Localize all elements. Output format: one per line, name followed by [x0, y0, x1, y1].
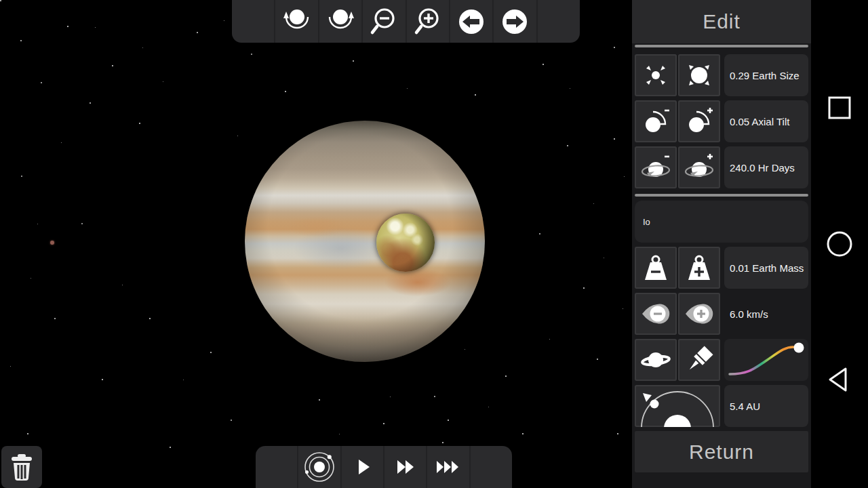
- toolbar-spacer: [536, 0, 580, 43]
- toolbar-spacer: [232, 0, 274, 43]
- velocity-decrease-icon: [641, 299, 671, 329]
- rotate-left-icon: [282, 7, 312, 37]
- day-value-text: 240.0 Hr Days: [730, 162, 795, 174]
- planet-jupiter[interactable]: [245, 121, 485, 362]
- rotate-right-button[interactable]: [318, 0, 361, 43]
- velocity-value-text: 6.0 km/s: [730, 308, 768, 320]
- day-decrease-icon: [641, 152, 671, 182]
- android-nav-bar: [811, 0, 868, 488]
- toolbar-spacer: [256, 446, 297, 488]
- day-increase-button[interactable]: [678, 146, 720, 188]
- system-view-button[interactable]: [297, 446, 340, 488]
- mass-increase-button[interactable]: [678, 247, 720, 289]
- zoom-in-button[interactable]: [406, 0, 449, 43]
- zoom-in-icon: [413, 7, 443, 37]
- starfield-faint: [0, 0, 1, 1]
- camera-toolbar: [232, 0, 580, 43]
- divider: [635, 45, 808, 47]
- mass-value-label: 0.01 Earth Mass: [724, 247, 808, 289]
- mass-row: 0.01 Earth Mass: [632, 247, 811, 289]
- zoom-out-icon: [369, 7, 399, 37]
- planet-rings-icon: [641, 345, 671, 375]
- rotate-left-button[interactable]: [274, 0, 317, 43]
- tilt-row: 0.05 Axial Tilt: [632, 100, 811, 142]
- orbit-distance-icon: [635, 385, 720, 427]
- mass-value-text: 0.01 Earth Mass: [730, 262, 804, 274]
- fast-forward-icon: [391, 452, 420, 482]
- mass-increase-icon: [684, 253, 714, 283]
- system-view-icon: [303, 451, 336, 483]
- play-button[interactable]: [340, 446, 383, 488]
- tilt-value-text: 0.05 Axial Tilt: [730, 116, 789, 127]
- fastest-forward-icon: [433, 452, 463, 482]
- divider: [635, 194, 808, 197]
- planet-name-input[interactable]: [635, 201, 808, 243]
- pan-right-icon: [500, 7, 530, 37]
- appearance-row: [632, 339, 811, 381]
- rings-button[interactable]: [635, 339, 677, 381]
- size-row: 0.29 Earth Size: [632, 54, 811, 96]
- pan-left-icon: [456, 7, 486, 37]
- tilt-value-label: 0.05 Axial Tilt: [724, 100, 808, 142]
- pan-right-button[interactable]: [492, 0, 536, 43]
- tilt-decrease-button[interactable]: [635, 100, 677, 142]
- moon-io[interactable]: [376, 214, 435, 272]
- day-increase-icon: [684, 152, 714, 182]
- playback-toolbar: [256, 446, 512, 488]
- velocity-increase-icon: [684, 299, 714, 329]
- page-title: Edit: [703, 10, 741, 33]
- app-screen: Edit: [0, 0, 868, 488]
- return-button[interactable]: Return: [635, 431, 808, 472]
- home-button[interactable]: [811, 220, 868, 268]
- tilt-increase-icon: [684, 106, 714, 136]
- home-circle-icon: [826, 230, 853, 258]
- velocity-value-label: 6.0 km/s: [724, 293, 808, 335]
- tilt-increase-button[interactable]: [678, 100, 720, 142]
- velocity-decrease-button[interactable]: [635, 293, 677, 335]
- delete-button[interactable]: [1, 446, 42, 488]
- day-decrease-button[interactable]: [635, 146, 677, 188]
- day-value-label: 240.0 Hr Days: [724, 146, 808, 188]
- size-decrease-icon: [641, 60, 671, 90]
- red-star: [50, 241, 54, 245]
- toolbar-spacer: [469, 446, 512, 488]
- back-triangle-icon: [825, 365, 854, 394]
- mass-decrease-icon: [641, 253, 671, 283]
- edit-panel: Edit: [632, 0, 811, 488]
- orbit-distance-button[interactable]: [635, 385, 720, 427]
- trash-icon: [7, 452, 37, 482]
- size-decrease-button[interactable]: [635, 54, 677, 96]
- zoom-out-button[interactable]: [361, 0, 405, 43]
- velocity-increase-button[interactable]: [678, 293, 720, 335]
- back-button[interactable]: [811, 355, 868, 404]
- paint-button[interactable]: [678, 339, 720, 381]
- recents-square-icon: [827, 96, 852, 120]
- mass-decrease-button[interactable]: [635, 247, 677, 289]
- color-curve-button[interactable]: [724, 339, 808, 381]
- play-icon: [347, 452, 377, 482]
- recents-button[interactable]: [811, 83, 868, 132]
- orbit-row: 5.4 AU: [632, 385, 811, 427]
- size-increase-button[interactable]: [678, 54, 720, 96]
- fast-forward-button[interactable]: [383, 446, 426, 488]
- color-curve-icon: [724, 339, 808, 381]
- tilt-decrease-icon: [641, 106, 671, 136]
- paintbrush-icon: [684, 345, 714, 375]
- rotate-right-icon: [326, 7, 355, 37]
- size-value-text: 0.29 Earth Size: [730, 70, 800, 81]
- pan-left-button[interactable]: [449, 0, 492, 43]
- edit-panel-header: Edit: [632, 0, 811, 43]
- fastest-forward-button[interactable]: [426, 446, 469, 488]
- day-row: 240.0 Hr Days: [632, 146, 811, 188]
- size-value-label: 0.29 Earth Size: [724, 54, 808, 96]
- orbit-value-text: 5.4 AU: [730, 401, 760, 412]
- velocity-row: 6.0 km/s: [632, 293, 811, 335]
- orbit-value-label: 5.4 AU: [724, 385, 808, 427]
- size-increase-icon: [684, 60, 714, 90]
